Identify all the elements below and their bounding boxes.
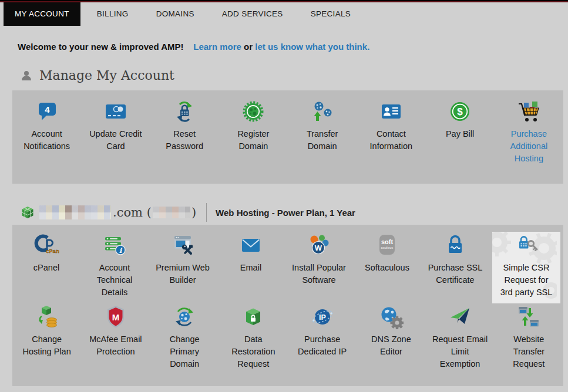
wordpress-w: W [315, 244, 322, 252]
cube-stack-swap-icon [35, 303, 59, 330]
tile-label: Contact Information [362, 128, 419, 153]
hosting-panel: cPanel cPanel [12, 225, 563, 386]
softaculous-text-bottom: aculous [381, 246, 394, 249]
tile-data-restoration-request[interactable]: Data Restoration Request [219, 303, 288, 386]
tile-transfer-domain[interactable]: Transfer Domain [288, 98, 357, 184]
tab-add-services[interactable]: ADD SERVICES [211, 2, 294, 26]
amp-dashboard: MY ACCOUNT BILLING DOMAINS ADD SERVICES … [0, 0, 568, 392]
notification-bubble-icon: 4 [35, 98, 59, 125]
tile-email[interactable]: Email [217, 232, 285, 303]
tile-simple-csr-request[interactable]: Simple CSR Request for 3rd party SSL [492, 232, 560, 303]
paren-close: ) [191, 205, 196, 219]
tab-billing[interactable]: BILLING [86, 2, 140, 26]
hosting-plan-label: Web Hosting - Power Plan, 1 Year [216, 208, 355, 218]
cpanel-logo-icon: cPanel [33, 232, 59, 259]
tile-label: DNS Zone Editor [362, 333, 419, 358]
tile-change-hosting-plan[interactable]: Change Hosting Plan [12, 303, 81, 386]
id-card-icon [379, 98, 403, 125]
tile-reset-password[interactable]: Reset Password [150, 98, 219, 184]
tile-cpanel[interactable]: cPanel cPanel [12, 232, 80, 303]
softaculous-text-top: soft [381, 238, 394, 245]
globe-gear-icon [379, 303, 404, 330]
tab-my-account[interactable]: MY ACCOUNT [4, 2, 80, 26]
padlock-icon [443, 232, 467, 259]
tile-account-technical-details[interactable]: i Account Technical Details [80, 232, 149, 303]
mcafee-m: M [112, 312, 120, 322]
welcome-banner: Welcome to your new & improved AMP! Lear… [18, 42, 369, 52]
tile-label: Purchase Dedicated IP [294, 333, 351, 358]
tile-label: Update Credit Card [87, 128, 144, 153]
domain-suffix: .com ( [113, 205, 152, 219]
tile-install-popular-software[interactable]: W Install Popular Software [285, 232, 353, 303]
package-cube-icon [21, 206, 34, 219]
windows-transfer-icon [516, 303, 541, 330]
globes-transfer-icon [310, 98, 335, 125]
cpanel-wordmark: cPanel [46, 248, 59, 254]
tile-purchase-ssl-certificate[interactable]: Purchase SSL Certificate [421, 232, 489, 303]
tile-label: Website Transfer Request [500, 333, 557, 370]
tile-premium-web-builder[interactable]: Premium Web Builder [149, 232, 217, 303]
tab-domains[interactable]: DOMAINS [145, 2, 206, 26]
tile-update-credit-card[interactable]: Update Credit Card [81, 98, 150, 184]
tile-request-email-limit-exemption[interactable]: Request Email Limit Exemption [426, 303, 495, 386]
tile-label: Transfer Domain [294, 128, 351, 153]
tile-label: Premium Web Builder [154, 262, 211, 286]
envelope-icon [239, 232, 263, 259]
hosting-tiles-row-2: Change Hosting Plan M McAfee Email Prote… [12, 303, 563, 386]
tile-label: Simple CSR Request for 3rd party SSL [498, 262, 555, 299]
feedback-link[interactable]: let us know what you think. [255, 42, 369, 52]
redacted-domain-name [39, 205, 111, 219]
manage-account-heading: Manage My Account [21, 68, 174, 83]
ip-circle-icon: IP [310, 303, 335, 330]
tile-dns-zone-editor[interactable]: DNS Zone Editor [357, 303, 425, 386]
tile-label: cPanel [33, 262, 59, 274]
tile-label: Purchase SSL Certificate [427, 262, 484, 286]
tile-label: Request Email Limit Exemption [432, 333, 489, 370]
tile-label: Change Hosting Plan [18, 333, 75, 358]
tile-account-notifications[interactable]: 4 Account Notifications [12, 98, 81, 184]
learn-more-link[interactable]: Learn more [193, 42, 241, 52]
tile-label: Softaculous [365, 262, 409, 274]
box-lock-icon [241, 303, 265, 330]
dollar-circle-icon: $ [448, 98, 472, 125]
tile-purchase-dedicated-ip[interactable]: IP Purchase Dedicated IP [288, 303, 357, 386]
server-info-icon: i [103, 232, 126, 259]
tile-softaculous[interactable]: soft aculous Softaculous [353, 232, 421, 303]
tile-change-primary-domain[interactable]: Change Primary Domain [150, 303, 219, 386]
tile-label: Change Primary Domain [156, 333, 213, 370]
tile-mcafee-email-protection[interactable]: M McAfee Email Protection [81, 303, 150, 386]
welcome-text: Welcome to your new & improved AMP! [18, 42, 184, 52]
ip-text: IP [319, 313, 326, 322]
tile-register-domain[interactable]: Register Domain [219, 98, 288, 184]
tab-specials[interactable]: SPECIALS [300, 2, 362, 26]
tile-label: Pay Bill [446, 128, 474, 140]
section-title: Manage My Account [39, 68, 174, 83]
credit-card-icon [104, 98, 127, 125]
lock-reset-icon [173, 98, 196, 125]
tile-label: Install Popular Software [291, 262, 348, 286]
hosting-package-header: .com ( ) Web Hosting - Power Plan, 1 Yea… [21, 200, 355, 225]
main-nav-tabbar: MY ACCOUNT BILLING DOMAINS ADD SERVICES … [0, 2, 568, 26]
softaculous-icon: soft aculous [375, 232, 399, 259]
tile-label: Reset Password [156, 128, 213, 153]
tile-label: Account Notifications [18, 128, 75, 153]
hosting-tiles-row-1: cPanel cPanel [12, 232, 563, 303]
tile-purchase-additional-hosting[interactable]: Purchase Additional Hosting [495, 98, 563, 184]
software-logos-icon: W [307, 232, 331, 259]
tile-website-transfer-request[interactable]: Website Transfer Request [495, 303, 563, 386]
person-icon [21, 70, 32, 82]
tile-pay-bill[interactable]: $ Pay Bill [426, 98, 495, 184]
tile-label: Email [240, 262, 261, 274]
globe-seal-icon [241, 98, 265, 125]
redacted-account-id [153, 207, 190, 218]
browser-tools-icon [171, 232, 194, 259]
notification-count-badge: 4 [45, 104, 50, 114]
dollar-sign: $ [457, 106, 463, 117]
manage-account-panel: 4 Account Notifications Update Cred [12, 90, 563, 184]
tile-contact-information[interactable]: Contact Information [357, 98, 425, 184]
tile-label: Register Domain [225, 128, 282, 153]
shopping-cart-icon [515, 98, 542, 125]
welcome-conjunction: or [244, 42, 253, 52]
globe-swap-icon [173, 303, 196, 330]
tile-label: Account Technical Details [86, 262, 143, 299]
